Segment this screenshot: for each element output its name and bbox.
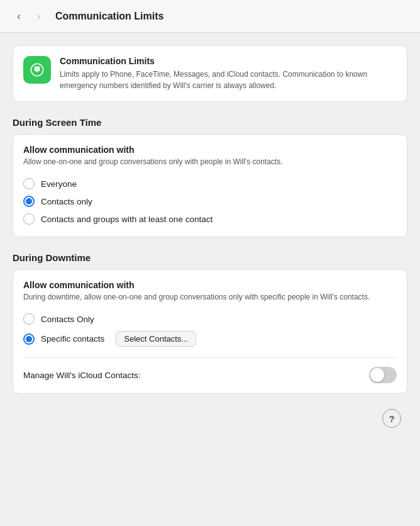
info-card-title: Communication Limits	[60, 56, 397, 66]
screen-time-section-header: During Screen Time	[13, 117, 407, 128]
help-area: ?	[13, 409, 407, 428]
info-card: Communication Limits Limits apply to Pho…	[13, 45, 407, 102]
card-divider	[23, 357, 397, 358]
radio-contacts-only-label: Contacts only	[41, 197, 92, 206]
radio-downtime-specific-label: Specific contacts	[41, 334, 104, 344]
icloud-contacts-label: Manage Will's iCloud Contacts:	[23, 371, 140, 380]
screen-time-option-everyone[interactable]: Everyone	[23, 176, 397, 191]
radio-downtime-specific	[23, 333, 35, 345]
help-button[interactable]: ?	[382, 409, 401, 428]
downtime-section-header: During Downtime	[13, 252, 407, 263]
radio-everyone-label: Everyone	[41, 179, 77, 189]
screen-time-option-contacts-only[interactable]: Contacts only	[23, 194, 397, 209]
info-card-text: Communication Limits Limits apply to Pho…	[60, 56, 397, 91]
screen-time-option-contacts-groups[interactable]: Contacts and groups with at least one co…	[23, 211, 397, 227]
content-area: Communication Limits Limits apply to Pho…	[0, 33, 420, 440]
radio-everyone	[23, 178, 35, 189]
downtime-card: Allow communication with During downtime…	[13, 269, 407, 394]
select-contacts-button[interactable]: Select Contacts...	[116, 331, 196, 347]
downtime-card-subtitle: During downtime, allow one-on-one and gr…	[23, 291, 397, 303]
screen-time-card: Allow communication with Allow one-on-on…	[13, 134, 407, 237]
radio-contacts-only	[23, 196, 35, 207]
toggle-knob	[370, 368, 384, 382]
radio-contacts-groups	[23, 213, 35, 225]
screen-time-card-subtitle: Allow one-on-one and group conversations…	[23, 156, 397, 167]
icloud-contacts-toggle[interactable]	[369, 367, 397, 383]
app-icon	[23, 56, 51, 84]
page-title: Communication Limits	[55, 11, 163, 22]
downtime-card-title: Allow communication with	[23, 280, 397, 290]
downtime-option-specific-contacts[interactable]: Specific contacts Select Contacts...	[23, 329, 397, 349]
radio-contacts-groups-label: Contacts and groups with at least one co…	[41, 215, 213, 224]
screen-time-card-title: Allow communication with	[23, 145, 397, 155]
top-bar: ‹ › Communication Limits	[0, 0, 420, 33]
radio-downtime-contacts-only	[23, 313, 35, 325]
forward-button[interactable]: ›	[30, 8, 48, 25]
back-button[interactable]: ‹	[10, 8, 28, 25]
info-card-description: Limits apply to Phone, FaceTime, Message…	[60, 69, 397, 91]
downtime-option-contacts-only[interactable]: Contacts Only	[23, 311, 397, 327]
communication-icon	[29, 62, 45, 78]
radio-downtime-contacts-only-label: Contacts Only	[41, 315, 94, 324]
icloud-contacts-toggle-row: Manage Will's iCloud Contacts:	[23, 367, 397, 383]
